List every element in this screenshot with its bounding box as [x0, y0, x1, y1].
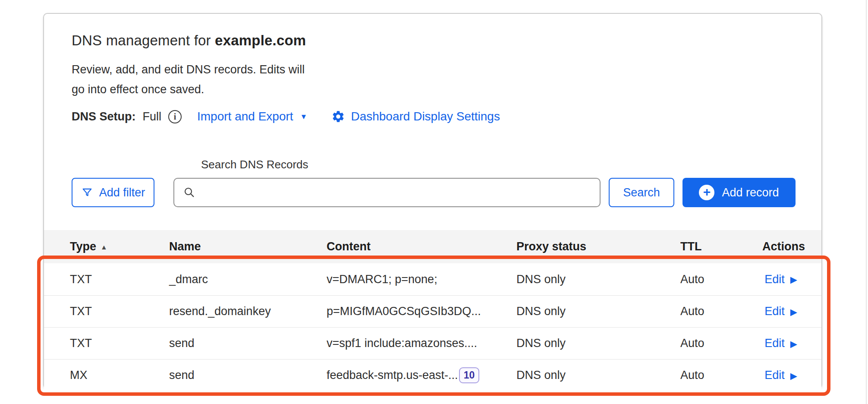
record-content-text: feedback-smtp.us-east-... [327, 369, 458, 382]
search-field-label: Search DNS Records [201, 158, 796, 171]
page-title-domain: example.com [215, 32, 306, 48]
import-export-label: Import and Export [197, 110, 293, 123]
add-filter-label: Add filter [99, 186, 145, 199]
toolbar: Add filter Search + Add record [72, 178, 796, 207]
dns-setup-row: DNS Setup: Full i Import and Export ▼ Da… [72, 110, 796, 123]
record-ttl: Auto [680, 305, 762, 318]
edit-link[interactable]: Edit▶ [764, 273, 797, 286]
sort-ascending-icon: ▲ [101, 243, 107, 251]
import-export-link[interactable]: Import and Export ▼ [197, 110, 307, 123]
edit-link[interactable]: Edit▶ [764, 369, 797, 382]
column-header-name: Name [169, 240, 327, 253]
plus-icon: + [699, 185, 714, 200]
search-box [173, 178, 601, 207]
record-type: TXT [70, 273, 169, 286]
record-name: resend._domainkey [169, 305, 327, 318]
search-button[interactable]: Search [609, 178, 674, 207]
chevron-down-icon: ▼ [300, 113, 308, 121]
add-record-label: Add record [722, 186, 779, 199]
table-row: TXT_dmarcv=DMARC1; p=none;DNS onlyAutoEd… [44, 263, 821, 295]
record-type: MX [70, 369, 169, 382]
add-filter-button[interactable]: Add filter [72, 178, 154, 207]
add-record-button[interactable]: + Add record [682, 178, 796, 207]
record-type: TXT [70, 305, 169, 318]
record-content: v=spf1 include:amazonses.... [327, 337, 516, 350]
record-content-text: v=DMARC1; p=none; [327, 273, 437, 286]
info-icon[interactable]: i [168, 110, 182, 123]
edit-label: Edit [764, 337, 785, 350]
edit-arrow-icon: ▶ [790, 307, 797, 317]
edit-label: Edit [764, 273, 785, 286]
record-ttl: Auto [680, 337, 762, 350]
edit-arrow-icon: ▶ [790, 371, 797, 381]
priority-badge: 10 [459, 367, 480, 383]
record-actions: Edit▶ [762, 337, 797, 350]
search-icon [183, 186, 196, 199]
edit-arrow-icon: ▶ [790, 275, 797, 285]
edit-arrow-icon: ▶ [790, 339, 797, 349]
table-row: MXsendfeedback-smtp.us-east-...10DNS onl… [44, 359, 821, 391]
filter-funnel-icon [81, 186, 93, 199]
column-header-type[interactable]: Type▲ [70, 240, 169, 253]
table-body: TXT_dmarcv=DMARC1; p=none;DNS onlyAutoEd… [44, 263, 821, 391]
dashboard-display-settings-link[interactable]: Dashboard Display Settings [331, 110, 500, 123]
column-header-proxy-status: Proxy status [516, 240, 680, 253]
column-header-actions: Actions [762, 240, 805, 253]
dns-setup-value: Full [143, 110, 162, 123]
page-subtitle: Review, add, and edit DNS records. Edits… [72, 60, 313, 99]
record-ttl: Auto [680, 369, 762, 382]
edit-label: Edit [764, 305, 785, 318]
column-header-content: Content [327, 240, 516, 253]
record-content: v=DMARC1; p=none; [327, 273, 516, 286]
table-row: TXTsendv=spf1 include:amazonses....DNS o… [44, 327, 821, 359]
record-name: send [169, 337, 327, 350]
record-proxy-status: DNS only [516, 337, 680, 350]
record-content-text: v=spf1 include:amazonses.... [327, 337, 477, 350]
dashboard-display-settings-label: Dashboard Display Settings [351, 110, 500, 123]
record-proxy-status: DNS only [516, 273, 680, 286]
record-ttl: Auto [680, 273, 762, 286]
column-header-ttl: TTL [680, 240, 762, 253]
edit-link[interactable]: Edit▶ [764, 305, 797, 318]
record-type: TXT [70, 337, 169, 350]
edit-link[interactable]: Edit▶ [764, 337, 797, 350]
table-row: TXTresend._domainkeyp=MIGfMA0GCSqGSIb3DQ… [44, 295, 821, 327]
search-input[interactable] [201, 179, 600, 206]
record-proxy-status: DNS only [516, 369, 680, 382]
record-actions: Edit▶ [762, 305, 797, 318]
edit-label: Edit [764, 369, 785, 382]
gear-icon [331, 110, 345, 123]
record-content: p=MIGfMA0GCSqGSIb3DQ... [327, 305, 516, 318]
record-name: send [169, 369, 327, 382]
dns-management-card: DNS management for example.com Review, a… [43, 13, 822, 389]
table-header-row: Type▲NameContentProxy statusTTLActions [44, 230, 821, 263]
record-proxy-status: DNS only [516, 305, 680, 318]
page-title-prefix: DNS management for [72, 32, 215, 48]
dns-records-table: Type▲NameContentProxy statusTTLActions T… [44, 230, 821, 391]
record-actions: Edit▶ [762, 273, 797, 286]
page-title: DNS management for example.com [72, 33, 796, 48]
dns-setup-label: DNS Setup: [72, 110, 136, 123]
page-right-divider [866, 0, 867, 404]
record-content: feedback-smtp.us-east-...10 [327, 367, 516, 383]
record-actions: Edit▶ [762, 369, 797, 382]
record-name: _dmarc [169, 273, 327, 286]
record-content-text: p=MIGfMA0GCSqGSIb3DQ... [327, 305, 481, 318]
